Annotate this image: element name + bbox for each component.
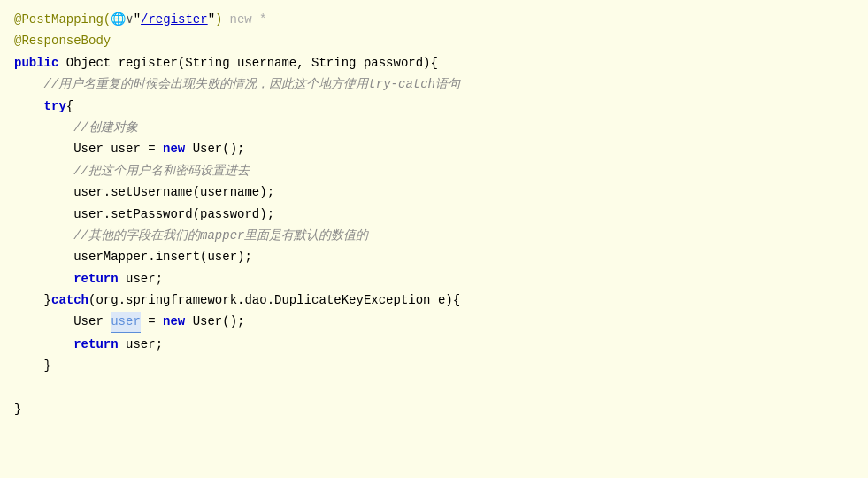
code-line-18	[0, 377, 868, 398]
keyword-try: try	[44, 96, 66, 116]
paren-close: )	[215, 10, 222, 29]
register-link: /register	[141, 10, 208, 29]
code-line-10: user.setPassword(password);	[0, 204, 868, 225]
keyword-return-2: return	[73, 335, 118, 354]
keyword-new-1: new	[163, 139, 185, 158]
code-line-15: User user = new User();	[0, 311, 868, 333]
chevron-icon: ∨	[126, 10, 133, 29]
annotation-responsebody: @ResponseBody	[14, 31, 111, 50]
code-line-16: return user;	[0, 334, 868, 355]
code-line-13: return user;	[0, 268, 868, 289]
code-line-5: try{	[0, 96, 868, 117]
var-user-highlighted: user	[111, 312, 141, 332]
annotation-postmapping: @PostMapping(	[14, 10, 111, 29]
keyword-catch: catch	[51, 290, 88, 310]
comment-set-credentials: //把这个用户名和密码设置进去	[73, 161, 250, 181]
code-line-7: User user = new User();	[0, 138, 868, 159]
keyword-new-2: new	[163, 312, 185, 331]
globe-icon: 🌐	[111, 10, 126, 29]
code-line-12: userMapper.insert(user);	[0, 246, 868, 267]
code-line-9: user.setUsername(username);	[0, 181, 868, 203]
code-line-3: public Object register(String username, …	[0, 52, 868, 73]
code-editor: @PostMapping(🌐∨"/register")new * @Respon…	[0, 0, 868, 478]
keyword-public: public	[14, 53, 58, 73]
code-line-4: //用户名重复的时候会出现失败的情况，因此这个地方使用try-catch语句	[0, 73, 868, 95]
code-line-2: @ResponseBody	[0, 30, 868, 51]
code-line-11: //其他的字段在我们的mapper里面是有默认的数值的	[0, 225, 868, 246]
code-line-17: }	[0, 355, 868, 376]
new-star-label: new *	[230, 10, 267, 29]
quote-open: "	[134, 10, 141, 29]
code-line-8: //把这个用户名和密码设置进去	[0, 160, 868, 181]
keyword-return-1: return	[73, 269, 118, 289]
quote-close: "	[208, 10, 215, 29]
code-line-6: //创建对象	[0, 117, 868, 138]
code-line-14: }catch(org.springframework.dao.Duplicate…	[0, 289, 868, 311]
code-line-1: @PostMapping(🌐∨"/register")new *	[0, 9, 868, 30]
code-line-19: }	[0, 398, 868, 420]
comment-other-fields: //其他的字段在我们的mapper里面是有默认的数值的	[73, 226, 368, 245]
comment-create-object: //创建对象	[73, 118, 138, 137]
comment-trycatch: //用户名重复的时候会出现失败的情况，因此这个地方使用try-catch语句	[44, 74, 460, 94]
